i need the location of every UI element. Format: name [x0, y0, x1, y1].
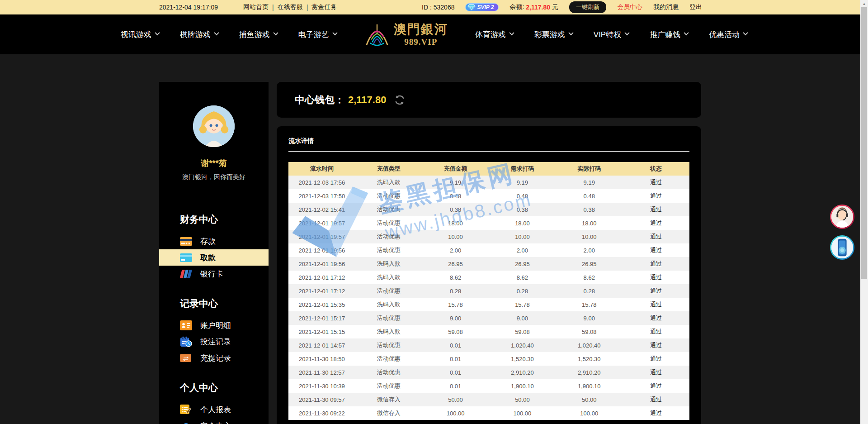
table-row: 2021-11-30 18:50活动优惠0.011,520.301,520.30…: [288, 352, 689, 366]
sidebar-item-label: 存款: [200, 236, 216, 247]
table-row: 2021-12-01 19:57活动优惠18.0018.0018.00通过: [288, 216, 689, 230]
sidebar-item[interactable]: 取款: [159, 249, 269, 266]
svip-label: SVIP 2: [477, 4, 494, 10]
table-cell: 0.28: [556, 284, 623, 298]
table-row: 2021-12-01 17:12洗码入款8.628.628.62通过: [288, 271, 689, 284]
nav-item[interactable]: 彩票游戏: [534, 29, 573, 40]
table-cell: 洗码入款: [355, 298, 422, 311]
table-cell: 9.19: [556, 176, 623, 189]
table-row: 2021-11-30 12:57活动优惠0.012,910.202,910.20…: [288, 366, 689, 379]
table-cell: 2,910.20: [556, 366, 623, 379]
table-cell: 1,520.30: [489, 352, 556, 366]
one-key-refresh-button[interactable]: 一键刷新: [569, 1, 606, 13]
table-row: 2021-11-30 09:57微信存入50.0050.0050.00通过: [288, 393, 689, 406]
main-nav: 视讯游戏棋牌游戏捕鱼游戏电子游艺 澳門銀河 989.VIP 体育游戏彩票游戏VI…: [0, 14, 868, 54]
topbar-link[interactable]: 网站首页: [243, 3, 269, 11]
nav-item[interactable]: 捕鱼游戏: [239, 29, 278, 40]
username: 谢***菊: [159, 158, 269, 169]
sidebar: 谢***菊 澳门银河，因你而美好 财务中心存款取款银行卡记录中心账户明细投注记录…: [159, 82, 269, 424]
mobile-app-button[interactable]: [830, 235, 854, 260]
table-cell: 活动优惠: [355, 203, 422, 216]
member-center-link[interactable]: 会员中心: [617, 3, 642, 11]
nav-item[interactable]: 电子游艺: [298, 29, 337, 40]
sidebar-item[interactable]: 充提记录: [159, 350, 269, 366]
sidebar-item[interactable]: 账户明细: [159, 317, 269, 333]
flow-details-card: 流水详情 流水时间充值类型充值金额需求打码实际打码状态 2021-12-03 1…: [277, 126, 701, 424]
scrollbar-thumb[interactable]: [861, 7, 867, 279]
table-row: 2021-12-01 15:35洗码入款15.7815.7815.78通过: [288, 298, 689, 311]
balance-label: 余额:: [509, 3, 524, 11]
sidebar-item[interactable]: 安全中心: [159, 418, 269, 424]
table-cell: 9.00: [489, 311, 556, 325]
link-separator: |: [272, 4, 274, 11]
site-logo[interactable]: 澳門銀河 989.VIP: [364, 22, 448, 47]
nav-item[interactable]: 体育游戏: [475, 29, 514, 40]
nav-item[interactable]: 棋牌游戏: [180, 29, 218, 40]
scrollbar-up-arrow-icon[interactable]: ▲: [860, 0, 868, 7]
recharge-withdraw-records-icon: [180, 353, 192, 363]
topbar-link[interactable]: 在线客服: [278, 3, 303, 11]
status-cell: 通过: [623, 406, 689, 420]
sidebar-section-title: 个人中心: [180, 381, 269, 394]
table-cell: 2.00: [422, 243, 489, 257]
table-row: 2021-12-01 19:57活动优惠10.0010.0010.00通过: [288, 230, 689, 243]
svip-badge[interactable]: SVIP 2: [465, 3, 499, 11]
table-row: 2021-12-03 17:50活动优惠0.480.480.48通过: [288, 189, 689, 203]
status-cell: 通过: [623, 230, 689, 243]
deposit-card-icon: [180, 236, 192, 247]
sidebar-item-label: 账户明细: [200, 320, 231, 331]
logout-link[interactable]: 登出: [689, 3, 702, 11]
status-cell: 通过: [623, 216, 689, 230]
table-cell: 2021-12-02 15:41: [288, 203, 355, 216]
table-column-header: 需求打码: [489, 162, 556, 176]
status-cell: 通过: [623, 366, 689, 379]
customer-service-button[interactable]: [830, 205, 854, 229]
my-messages-link[interactable]: 我的消息: [653, 3, 679, 11]
table-cell: 2021-12-01 15:17: [288, 311, 355, 325]
sidebar-item[interactable]: 银行卡: [159, 266, 269, 282]
nav-item-label: 推广赚钱: [650, 29, 680, 40]
bank-cards-icon: [180, 268, 192, 279]
sidebar-item-label: 银行卡: [200, 269, 223, 279]
status-cell: 通过: [623, 393, 689, 406]
table-cell: 0.01: [422, 338, 489, 352]
table-column-header: 实际打码: [556, 162, 623, 176]
table-cell: 2021-12-01 19:56: [288, 243, 355, 257]
status-cell: 通过: [623, 352, 689, 366]
nav-left-group: 视讯游戏棋牌游戏捕鱼游戏电子游艺: [121, 29, 337, 40]
table-cell: 活动优惠: [355, 230, 422, 243]
avatar[interactable]: [193, 105, 235, 147]
table-cell: 洗码入款: [355, 271, 422, 284]
nav-item[interactable]: VIP特权: [594, 29, 629, 40]
nav-right-group: 体育游戏彩票游戏VIP特权推广赚钱优惠活动: [475, 29, 747, 40]
table-column-header: 状态: [623, 162, 689, 176]
sidebar-item[interactable]: 个人报表: [159, 401, 269, 418]
status-cell: 通过: [623, 271, 689, 284]
table-row: 2021-12-01 17:12活动优惠0.280.280.28通过: [288, 284, 689, 298]
sidebar-section-items: 个人报表安全中心: [159, 401, 269, 424]
galaxy-fountain-icon: [364, 22, 390, 47]
table-cell: 1,900.10: [556, 379, 623, 393]
page: 2021-12-04 19:17:09 网站首页|在线客服|赏金任务 ID : …: [0, 0, 868, 424]
chevron-down-icon: [332, 30, 337, 35]
nav-item[interactable]: 优惠活动: [709, 29, 747, 40]
nav-item[interactable]: 推广赚钱: [650, 29, 688, 40]
nav-item[interactable]: 视讯游戏: [121, 29, 159, 40]
sidebar-item-label: 个人报表: [200, 405, 231, 415]
table-column-header: 充值金额: [422, 162, 489, 176]
scrollbar[interactable]: ▲: [860, 0, 868, 424]
table-cell: 活动优惠: [355, 366, 422, 379]
table-cell: 活动优惠: [355, 216, 422, 230]
table-cell: 2021-12-01 19:57: [288, 216, 355, 230]
logo-text: 澳門銀河 989.VIP: [394, 23, 448, 46]
status-cell: 通过: [623, 298, 689, 311]
sidebar-item[interactable]: 投注记录: [159, 333, 269, 350]
topbar-link[interactable]: 赏金任务: [311, 3, 337, 11]
table-cell: 0.48: [422, 189, 489, 203]
chevron-down-icon: [684, 30, 689, 35]
wallet-refresh-icon[interactable]: [394, 95, 405, 105]
status-cell: 通过: [623, 243, 689, 257]
sidebar-item[interactable]: 存款: [159, 233, 269, 249]
table-cell: 0.01: [422, 352, 489, 366]
table-cell: 9.19: [422, 176, 489, 189]
